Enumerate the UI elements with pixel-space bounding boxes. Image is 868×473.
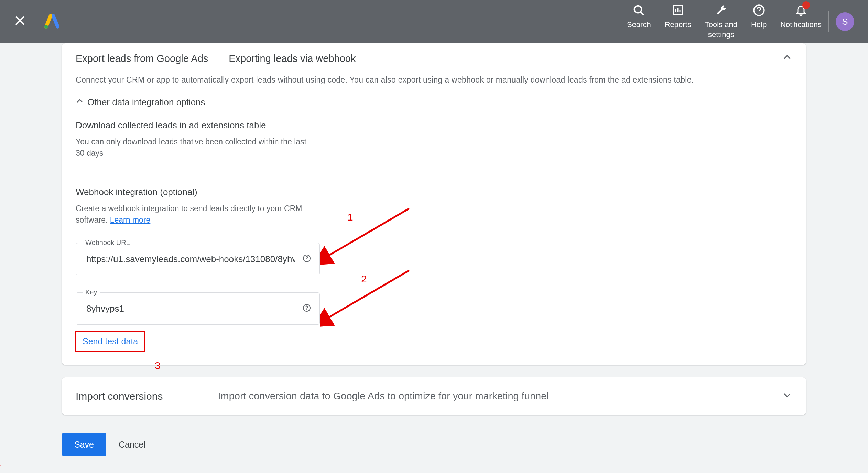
collapse-icon[interactable] [782, 52, 792, 65]
help-icon [752, 3, 766, 17]
download-subtext: You can only download leads that've been… [76, 136, 316, 159]
header-nav: Search Reports Tools and settings Help ! [627, 3, 822, 40]
annotation-2: 2 [361, 273, 367, 285]
key-field-wrap: Key [76, 292, 320, 325]
svg-line-15 [327, 208, 409, 257]
app-header: Search Reports Tools and settings Help ! [0, 0, 868, 43]
nav-help[interactable]: Help [751, 3, 767, 30]
import-desc: Import conversion data to Google Ads to … [218, 390, 549, 402]
other-options-label: Other data integration options [87, 97, 205, 108]
annotation-arrow-1 [320, 205, 413, 267]
wrench-icon [714, 3, 728, 17]
import-conversions-card[interactable]: Import conversions Import conversion dat… [62, 377, 806, 415]
webhook-subtext: Create a webhook integration to send lea… [76, 203, 316, 226]
nav-notifications[interactable]: ! Notifications [780, 3, 822, 30]
learn-more-link[interactable]: Learn more [110, 215, 151, 224]
svg-point-10 [758, 13, 759, 14]
key-label: Key [83, 288, 100, 296]
webhook-url-label: Webhook URL [83, 239, 133, 247]
avatar[interactable]: S [836, 12, 854, 31]
svg-line-16 [327, 270, 409, 319]
annotation-arrow-2 [320, 267, 413, 329]
webhook-url-input[interactable] [76, 243, 320, 275]
export-leads-card: Export leads from Google Ads Exporting l… [62, 43, 806, 365]
chevron-down-icon[interactable] [782, 390, 792, 402]
nav-reports-label: Reports [665, 20, 691, 30]
download-heading: Download collected leads in ad extension… [76, 120, 792, 131]
svg-line-4 [640, 12, 643, 15]
avatar-letter: S [842, 17, 848, 27]
nav-reports[interactable]: Reports [665, 3, 691, 30]
card-header-row: Export leads from Google Ads Exporting l… [76, 52, 792, 65]
nav-search-label: Search [627, 20, 651, 30]
bell-icon: ! [794, 3, 808, 17]
webhook-heading: Webhook integration (optional) [76, 187, 792, 197]
nav-search[interactable]: Search [627, 3, 651, 30]
nav-help-label: Help [751, 20, 767, 30]
card-title-secondary: Exporting leads via webhook [229, 53, 356, 64]
svg-point-3 [634, 6, 641, 13]
nav-tools[interactable]: Tools and settings [705, 3, 737, 40]
button-row: Save Cancel [62, 433, 806, 456]
header-left [14, 13, 61, 30]
header-divider [828, 11, 829, 32]
nav-tools-label: Tools and settings [705, 20, 737, 40]
search-icon [632, 3, 646, 17]
svg-point-12 [306, 260, 307, 260]
nav-notifications-label: Notifications [780, 20, 822, 30]
google-ads-logo-icon[interactable] [43, 13, 61, 30]
svg-point-14 [306, 309, 307, 310]
annotation-3: 3 [155, 360, 161, 372]
webhook-url-field-wrap: Webhook URL [76, 243, 320, 275]
import-title: Import conversions [76, 390, 163, 402]
notification-badge: ! [802, 1, 810, 9]
annotation-arrow-4 [0, 405, 10, 466]
annotation-1: 1 [347, 211, 353, 223]
cancel-button[interactable]: Cancel [119, 440, 145, 450]
card-description: Connect your CRM or app to automatically… [76, 75, 792, 85]
reports-icon [671, 3, 685, 17]
chevron-up-icon [76, 97, 84, 108]
content-wrap: Export leads from Google Ads Exporting l… [0, 43, 868, 470]
save-button[interactable]: Save [62, 433, 106, 456]
other-options-toggle[interactable]: Other data integration options [76, 97, 792, 108]
send-test-data-button[interactable]: Send test data [76, 332, 145, 351]
help-icon[interactable] [303, 254, 311, 264]
card-title: Export leads from Google Ads [76, 53, 208, 64]
close-icon[interactable] [14, 14, 26, 29]
svg-point-2 [44, 25, 48, 28]
key-input[interactable] [76, 292, 320, 325]
help-icon[interactable] [303, 304, 311, 313]
